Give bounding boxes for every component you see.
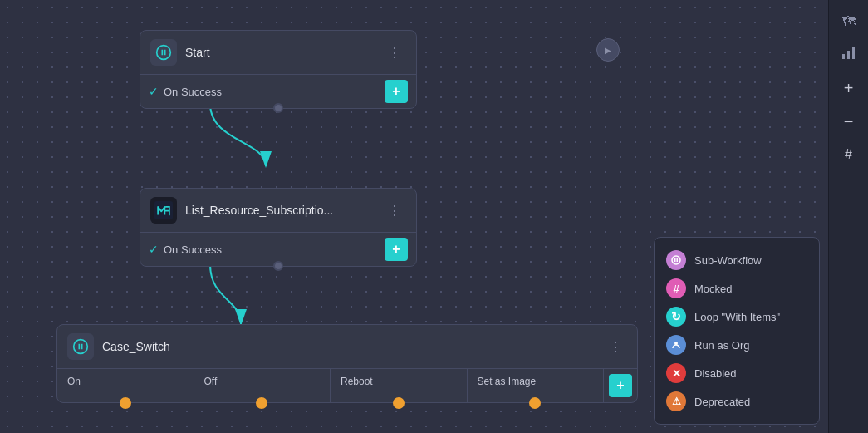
start-node-menu-icon: ⋮ bbox=[388, 45, 401, 61]
chart-button[interactable] bbox=[834, 40, 864, 70]
legend-loop[interactable]: ↻ Loop "With Items" bbox=[666, 303, 807, 331]
start-check-icon: ✓ bbox=[149, 85, 159, 98]
zoom-out-button[interactable]: − bbox=[834, 106, 864, 136]
start-node-icon bbox=[150, 39, 177, 66]
case-off-dot bbox=[256, 397, 267, 409]
list-resource-header: List_Resource_Subscriptio... ⋮ bbox=[140, 189, 416, 232]
case-on-dot bbox=[120, 397, 131, 409]
disabled-dot: ✕ bbox=[666, 363, 686, 383]
start-node-menu-button[interactable]: ⋮ bbox=[383, 41, 406, 64]
grid-icon: # bbox=[845, 147, 852, 162]
svg-rect-6 bbox=[852, 47, 855, 59]
case-switch-add-button[interactable]: + bbox=[609, 374, 632, 397]
legend-panel: Sub-Workflow # Mocked ↻ Loop "With Items… bbox=[654, 237, 820, 425]
zoom-out-icon: − bbox=[844, 112, 854, 131]
start-success-badge: ✓ On Success bbox=[149, 85, 378, 98]
start-node: Start ⋮ ✓ On Success + bbox=[140, 30, 417, 109]
svg-rect-5 bbox=[847, 51, 850, 59]
list-resource-node: List_Resource_Subscriptio... ⋮ ✓ On Succ… bbox=[140, 188, 417, 267]
chart-icon bbox=[841, 46, 856, 64]
start-add-button[interactable]: + bbox=[385, 80, 408, 103]
list-resource-check-icon: ✓ bbox=[149, 243, 159, 256]
case-col-setimage-label: Set as Image bbox=[478, 376, 537, 387]
case-col-off: Off bbox=[194, 369, 331, 402]
case-col-on-label: On bbox=[67, 376, 81, 387]
disabled-label: Disabled bbox=[694, 367, 737, 380]
deprecated-label: Deprecated bbox=[694, 396, 750, 408]
case-columns: On Off Reboot Set as Image + bbox=[57, 368, 637, 402]
right-toolbar: 🗺 + − # bbox=[828, 0, 868, 433]
list-resource-menu-icon: ⋮ bbox=[388, 203, 401, 219]
case-col-reboot: Reboot bbox=[331, 369, 468, 402]
sub-workflow-label: Sub-Workflow bbox=[694, 254, 762, 267]
legend-run-as-org[interactable]: Run as Org bbox=[666, 331, 807, 359]
case-switch-node: Case_Switch ⋮ On Off Reboot Set as Image bbox=[56, 324, 638, 403]
play-button[interactable]: ▶ bbox=[596, 38, 620, 62]
case-col-on: On bbox=[57, 369, 194, 402]
legend-disabled[interactable]: ✕ Disabled bbox=[666, 359, 807, 387]
case-switch-menu-icon: ⋮ bbox=[609, 339, 622, 355]
zoom-in-icon: + bbox=[844, 79, 854, 98]
case-col-off-label: Off bbox=[204, 376, 218, 387]
zoom-in-button[interactable]: + bbox=[834, 73, 864, 103]
list-resource-success-label: On Success bbox=[164, 244, 222, 256]
case-switch-header: Case_Switch ⋮ bbox=[57, 325, 637, 368]
svg-point-7 bbox=[672, 256, 680, 264]
mocked-dot: # bbox=[666, 278, 686, 298]
start-node-header: Start ⋮ bbox=[140, 31, 416, 74]
list-resource-title: List_Resource_Subscriptio... bbox=[185, 204, 375, 217]
list-resource-success-badge: ✓ On Success bbox=[149, 243, 378, 256]
list-resource-menu-button[interactable]: ⋮ bbox=[383, 199, 406, 222]
legend-deprecated[interactable]: ⚠ Deprecated bbox=[666, 387, 807, 416]
run-as-org-dot bbox=[666, 335, 686, 355]
svg-point-1 bbox=[157, 46, 171, 60]
list-resource-add-button[interactable]: + bbox=[385, 238, 408, 261]
case-switch-icon bbox=[67, 333, 94, 360]
run-as-org-label: Run as Org bbox=[694, 339, 749, 352]
svg-point-3 bbox=[74, 340, 88, 354]
case-switch-menu-button[interactable]: ⋮ bbox=[604, 335, 627, 358]
loop-dot: ↻ bbox=[666, 307, 686, 327]
sub-workflow-dot bbox=[666, 250, 686, 270]
list-resource-connector-dot bbox=[273, 261, 283, 271]
legend-mocked[interactable]: # Mocked bbox=[666, 274, 807, 303]
nerdio-icon bbox=[150, 197, 177, 224]
start-node-title: Start bbox=[185, 46, 375, 59]
case-setimage-dot bbox=[529, 397, 541, 409]
case-col-setimage: Set as Image bbox=[468, 369, 605, 402]
map-button[interactable]: 🗺 bbox=[834, 7, 864, 37]
deprecated-dot: ⚠ bbox=[666, 391, 686, 411]
grid-button[interactable]: # bbox=[834, 140, 864, 170]
svg-rect-4 bbox=[842, 54, 845, 59]
mocked-label: Mocked bbox=[694, 283, 733, 295]
start-connector-dot bbox=[273, 103, 283, 113]
start-success-label: On Success bbox=[164, 86, 222, 98]
case-switch-title: Case_Switch bbox=[102, 340, 596, 353]
case-reboot-dot bbox=[393, 397, 405, 409]
map-icon: 🗺 bbox=[842, 14, 856, 29]
case-col-reboot-label: Reboot bbox=[341, 376, 373, 387]
play-icon: ▶ bbox=[605, 46, 611, 55]
legend-sub-workflow[interactable]: Sub-Workflow bbox=[666, 246, 807, 274]
loop-label: Loop "With Items" bbox=[694, 311, 780, 323]
